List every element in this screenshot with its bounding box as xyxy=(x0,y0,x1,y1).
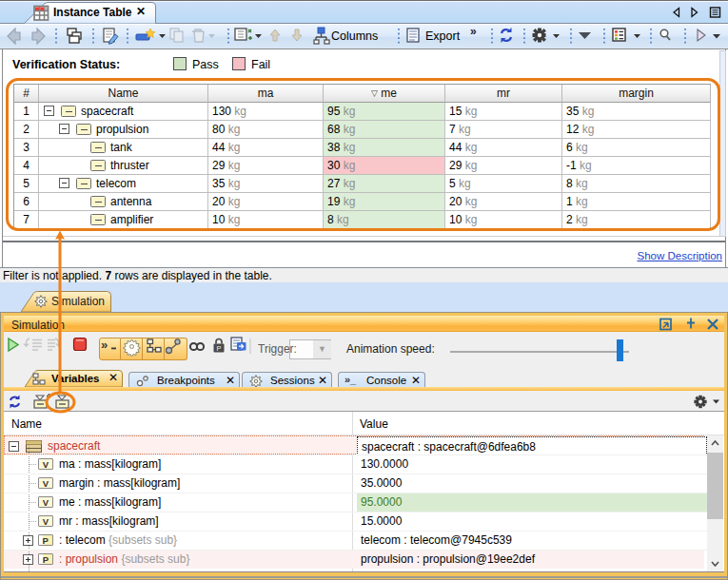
svg-text:Export: Export xyxy=(425,29,461,43)
svg-text:Columns: Columns xyxy=(331,29,378,43)
svg-text:P: P xyxy=(217,344,222,353)
svg-text:»: » xyxy=(470,25,477,38)
svg-text:»: » xyxy=(101,338,108,352)
